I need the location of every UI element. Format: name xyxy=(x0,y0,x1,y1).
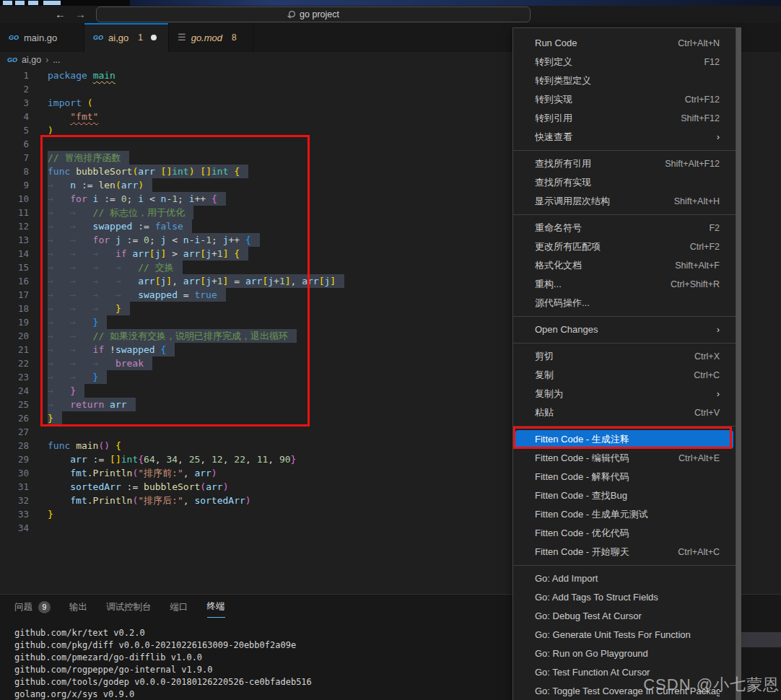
code-line[interactable]: 7// 冒泡排序函数 xyxy=(0,151,520,165)
code-line[interactable]: 23→→} xyxy=(0,370,520,384)
code-line[interactable]: 16→→→→arr[j], arr[j+1] = arr[j+1], arr[j… xyxy=(0,274,520,288)
submenu-chevron-icon: › xyxy=(717,385,720,403)
menu-item[interactable]: Fitten Code - 解释代码 xyxy=(513,468,736,486)
menu-item[interactable]: Fitten Code - 开始聊天Ctrl+Alt+C xyxy=(513,543,736,561)
code-line[interactable]: 19→→} xyxy=(0,315,520,329)
menu-item-shortcut: F12 xyxy=(704,53,720,71)
panel-tab-调试控制台[interactable]: 调试控制台 xyxy=(106,601,152,618)
scrollbar-thumb[interactable] xyxy=(741,632,781,647)
code-line[interactable]: 9→n := len(arr) xyxy=(0,178,520,192)
menu-separator xyxy=(513,343,736,344)
code-line[interactable]: 33} xyxy=(0,507,520,521)
code-line[interactable]: 27 xyxy=(0,425,520,439)
code-line[interactable]: 1package main xyxy=(0,69,520,82)
token-num: 90 xyxy=(279,454,291,465)
breadcrumb-file[interactable]: ai,go xyxy=(22,55,41,65)
menu-item[interactable]: Fitten Code - 优化代码 xyxy=(513,524,736,543)
code-line[interactable]: 17→→→→swapped = true xyxy=(0,288,520,302)
panel-tab-端口[interactable]: 端口 xyxy=(170,601,188,618)
menu-item[interactable]: 复制Ctrl+C xyxy=(513,366,736,385)
modified-dot-icon[interactable] xyxy=(151,35,157,40)
code-line[interactable]: 3import ( xyxy=(0,96,520,110)
token-pu: := xyxy=(87,454,110,465)
tab-go.mod[interactable]: ☰go.mod8 xyxy=(169,23,253,52)
menu-item[interactable]: 转到引用Shift+F12 xyxy=(513,109,736,128)
forward-arrow-icon[interactable]: → xyxy=(75,6,86,23)
line-number: 30 xyxy=(0,466,29,480)
code-line[interactable]: 22→→→break xyxy=(0,356,520,370)
token-ty: int xyxy=(172,166,188,177)
menu-item[interactable]: 更改所有匹配项Ctrl+F2 xyxy=(513,237,736,256)
breadcrumb[interactable]: GO ai,go › ... xyxy=(7,52,61,68)
code-line[interactable]: 6 xyxy=(0,137,520,151)
menu-item[interactable]: Go: Generate Unit Tests For Function xyxy=(513,626,736,644)
menu-item[interactable]: 查找所有引用Shift+Alt+F12 xyxy=(513,154,736,173)
menu-item[interactable]: Fitten Code - 生成注释 xyxy=(515,430,733,449)
code-line[interactable]: 18→→→} xyxy=(0,302,520,315)
top-tab-fragment xyxy=(3,1,12,5)
menu-item[interactable]: 源代码操作... xyxy=(513,294,736,312)
code-line[interactable]: 20→→// 如果没有交换，说明已排序完成，退出循环 xyxy=(0,329,520,343)
terminal-output[interactable]: github.com/kr/text v0.2.0github.com/pkg/… xyxy=(14,627,312,700)
code-line[interactable]: 25→return arr xyxy=(0,398,520,411)
code-line[interactable]: 31 sortedArr := bubbleSort(arr) xyxy=(0,480,520,494)
code-line[interactable]: 8func bubbleSort(arr []int) []int { xyxy=(0,165,520,178)
code-line[interactable]: 11→→// 标志位，用于优化 xyxy=(0,206,520,219)
tab-whitespace-icon xyxy=(48,110,70,123)
menu-item[interactable]: Fitten Code - 生成单元测试 xyxy=(513,505,736,524)
menu-item[interactable]: 查找所有实现 xyxy=(513,173,736,192)
code-line[interactable]: 13→→for j := 0; j < n-i-1; j++ { xyxy=(0,233,520,247)
context-menu-scrollbar[interactable] xyxy=(736,27,741,700)
command-center-search[interactable]: go project xyxy=(96,6,531,22)
code-line[interactable]: 26} xyxy=(0,411,520,425)
tab-ai,go[interactable]: GOai,go1 xyxy=(84,23,169,52)
menu-item[interactable]: Run CodeCtrl+Alt+N xyxy=(513,34,736,53)
menu-item[interactable]: Fitten Code - 编辑代码Ctrl+Alt+E xyxy=(513,449,736,468)
code-line[interactable]: 2 xyxy=(0,82,520,96)
panel-tab-输出[interactable]: 输出 xyxy=(69,601,87,618)
token-pu: , xyxy=(155,454,167,465)
token-ty: int xyxy=(211,166,228,177)
menu-item[interactable]: 格式化文档Shift+Alt+F xyxy=(513,256,736,275)
menu-item[interactable]: 粘贴Ctrl+V xyxy=(513,403,736,422)
menu-item-shortcut: Ctrl+X xyxy=(694,347,720,366)
code-line[interactable]: 10→for i := 0; i < n-1; i++ { xyxy=(0,192,520,206)
breadcrumb-more[interactable]: ... xyxy=(53,55,60,65)
code-line[interactable]: 14→→→if arr[j] > arr[j+1] { xyxy=(0,247,520,261)
menu-item[interactable]: 转到实现Ctrl+F12 xyxy=(513,90,736,109)
panel-tab-问题[interactable]: 问题9 xyxy=(14,601,51,618)
code-line[interactable]: 12→→swapped := false xyxy=(0,219,520,233)
code-line[interactable]: 15→→→→// 交换 xyxy=(0,261,520,274)
menu-item[interactable]: Go: Run on Go Playground xyxy=(513,644,736,663)
token-num: 12 xyxy=(211,454,223,465)
code-line[interactable]: 28func main() { xyxy=(0,439,520,452)
menu-item[interactable]: Open Changes› xyxy=(513,320,736,339)
code-line[interactable]: 24→} xyxy=(0,384,520,398)
menu-item[interactable]: 重构...Ctrl+Shift+R xyxy=(513,275,736,294)
menu-item[interactable]: 剪切Ctrl+X xyxy=(513,347,736,366)
menu-item[interactable]: 转到类型定义 xyxy=(513,71,736,90)
menu-item[interactable]: 快速查看› xyxy=(513,128,736,146)
menu-item[interactable]: 复制为› xyxy=(513,385,736,403)
menu-item[interactable]: Go: Debug Test At Cursor xyxy=(513,607,736,626)
menu-item[interactable]: Go: Add Import xyxy=(513,569,736,588)
menu-item[interactable]: 转到定义F12 xyxy=(513,53,736,71)
back-arrow-icon[interactable]: ← xyxy=(55,6,66,23)
menu-item[interactable]: 显示调用层次结构Shift+Alt+H xyxy=(513,192,736,211)
code-line[interactable]: 5) xyxy=(0,123,520,137)
code-line[interactable]: 34 xyxy=(0,521,520,535)
code-line[interactable]: 21→→if !swapped { xyxy=(0,343,520,356)
menu-item-shortcut: Shift+Alt+H xyxy=(674,192,720,211)
code-line[interactable]: 29 arr := []int{64, 34, 25, 12, 22, 11, … xyxy=(0,452,520,466)
token-pu: , xyxy=(200,454,211,465)
code-line[interactable]: 4 "fmt" xyxy=(0,110,520,123)
code-line[interactable]: 32 fmt.Println("排序后:", sortedArr) xyxy=(0,494,520,507)
token-v: arr xyxy=(138,276,154,286)
code-line[interactable]: 30 fmt.Println("排序前:", arr) xyxy=(0,466,520,480)
token-v: fmt xyxy=(70,468,87,478)
tab-main.go[interactable]: GOmain.go xyxy=(0,23,84,52)
menu-item[interactable]: Fitten Code - 查找Bug xyxy=(513,486,736,505)
menu-item[interactable]: 重命名符号F2 xyxy=(513,219,736,237)
menu-item[interactable]: Go: Add Tags To Struct Fields xyxy=(513,588,736,607)
panel-tab-终端[interactable]: 终端 xyxy=(207,600,225,618)
